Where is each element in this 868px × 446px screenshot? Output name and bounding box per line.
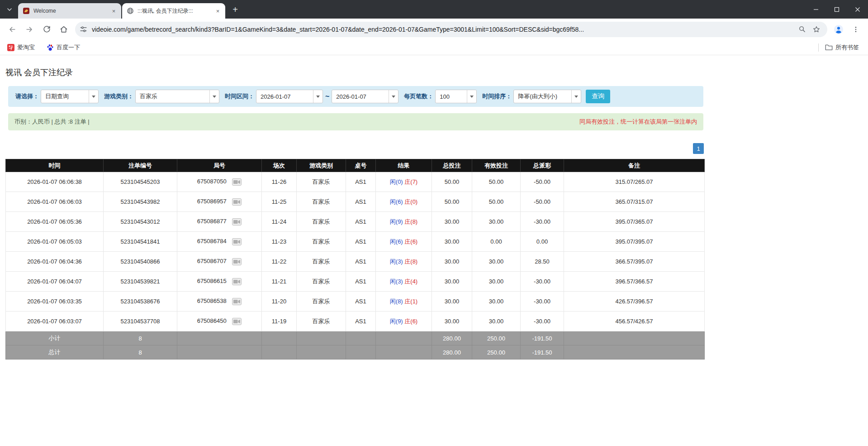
column-header: 总投注 (432, 159, 472, 172)
game-kind-select[interactable]: 百家乐 (135, 90, 219, 103)
date-start-select[interactable]: 2026-01-07 (256, 90, 323, 103)
result-banker: 庄(4) (404, 278, 417, 285)
cell-game: 百家乐 (297, 292, 346, 312)
close-icon[interactable]: × (110, 7, 118, 15)
cell-total-bet: 30.00 (432, 312, 472, 331)
home-button[interactable] (56, 22, 71, 37)
cell-bet-id: 523104543012 (104, 212, 177, 232)
video-replay-button[interactable] (232, 218, 242, 225)
close-window-button[interactable] (847, 0, 868, 19)
close-icon (855, 7, 860, 12)
cell-payout: -30.00 (521, 212, 564, 232)
zoom-button[interactable] (796, 23, 808, 36)
tab-search-button[interactable] (4, 4, 15, 15)
sort-select[interactable]: 降幂(由大到小) (513, 90, 581, 103)
summary-label: 总计 (6, 345, 104, 360)
date-end-select[interactable]: 2026-01-07 (332, 90, 398, 103)
column-header: 备注 (564, 159, 705, 172)
page-title: 视讯 会员下注纪录 (5, 67, 704, 78)
globe-icon (127, 7, 134, 14)
video-replay-button[interactable] (232, 238, 242, 245)
minimize-icon (813, 7, 819, 12)
query-type-select[interactable]: 日期查询 (41, 90, 99, 103)
column-header: 游戏类别 (297, 159, 346, 172)
cell-payout: -50.00 (521, 192, 564, 212)
search-button[interactable]: 查询 (586, 90, 610, 103)
bookmark-label: 爱淘宝 (17, 43, 35, 52)
cell-session: 11-19 (262, 312, 297, 331)
date-start-value: 2026-01-07 (256, 93, 313, 100)
site-settings-icon[interactable] (80, 25, 87, 33)
bookmark-star-button[interactable] (810, 23, 823, 36)
game-kind-value: 百家乐 (136, 92, 209, 101)
profile-avatar-icon (834, 24, 844, 34)
cell-round: 675087050 (177, 172, 262, 192)
refresh-icon (43, 25, 51, 34)
page-1-button[interactable]: 1 (693, 143, 704, 154)
video-icon (232, 278, 242, 285)
bet-table: 时间注单编号局号场次游戏类别桌号结果总投注有效投注总派彩备注 2026-01-0… (5, 159, 705, 360)
per-page-select[interactable]: 100 (435, 90, 477, 103)
baidu-icon (47, 44, 54, 51)
per-page-label: 每页笔数： (404, 92, 433, 101)
cell-result: 闲(6) 庄(0) (376, 192, 432, 212)
cell-remark: 396.57/366.57 (564, 272, 705, 292)
video-replay-button[interactable] (232, 298, 242, 305)
maximize-button[interactable] (826, 0, 847, 19)
cell-result: 闲(9) 庄(8) (376, 212, 432, 232)
cell-round: 675086877 (177, 212, 262, 232)
result-player: 闲(3) (390, 278, 403, 285)
minimize-button[interactable] (806, 0, 826, 19)
payout-notice: 同局有效投注，统一计算在该局第一张注单内 (579, 118, 697, 126)
bookmarks-bar: 爱淘宝 百度一下 所有书签 (0, 40, 868, 55)
back-button[interactable] (5, 22, 20, 37)
cell-total-bet: 30.00 (432, 292, 472, 312)
video-replay-button[interactable] (232, 318, 242, 325)
video-replay-button[interactable] (232, 198, 242, 206)
all-bookmarks-label: 所有书签 (835, 43, 859, 52)
cell-total-bet: 50.00 (432, 172, 472, 192)
close-icon[interactable]: × (214, 7, 222, 15)
result-player: 闲(6) (390, 198, 403, 205)
bookmark-baidu[interactable]: 百度一下 (45, 42, 82, 53)
cell-valid-bet: 30.00 (472, 312, 521, 331)
window-controls (806, 0, 868, 19)
cell-bet-id: 523104541841 (104, 232, 177, 252)
cell-remark: 395.07/365.07 (564, 212, 705, 232)
cell-payout: -30.00 (521, 272, 564, 292)
table-row: 2026-01-07 06:06:03523104543982675086957… (6, 192, 705, 212)
cell-time: 2026-01-07 06:04:36 (6, 252, 104, 272)
all-bookmarks-button[interactable]: 所有书签 (823, 42, 861, 53)
cell-game: 百家乐 (297, 172, 346, 192)
browser-menu-button[interactable] (848, 22, 863, 37)
refresh-button[interactable] (39, 22, 54, 37)
video-replay-button[interactable] (232, 278, 242, 285)
video-replay-button[interactable] (232, 258, 242, 265)
per-page-value: 100 (436, 93, 467, 100)
tab-welcome[interactable]: Welcome × (18, 3, 121, 19)
url-text[interactable]: videoie.com/game/betrecord_search/kind3?… (92, 26, 795, 33)
cell-round: 675086615 (177, 272, 262, 292)
page-content: 视讯 会员下注纪录 请选择： 日期查询 游戏类别： 百家乐 时间区间： 2026… (0, 55, 704, 360)
cell-valid-bet: 50.00 (472, 172, 521, 192)
bookmark-taobao[interactable]: 爱淘宝 (5, 42, 37, 53)
profile-button[interactable] (831, 22, 846, 37)
cell-result: 闲(0) 庄(7) (376, 172, 432, 192)
tab-bet-record[interactable]: :::视讯, 会员下注纪录::: × (122, 3, 225, 19)
cell-result: 闲(6) 庄(6) (376, 232, 432, 252)
new-tab-button[interactable]: + (229, 3, 242, 16)
query-type-value: 日期查询 (41, 92, 89, 101)
video-replay-button[interactable] (232, 178, 242, 186)
cell-remark: 315.07/265.07 (564, 172, 705, 192)
forward-button[interactable] (22, 22, 37, 37)
cell-result: 闲(9) 庄(6) (376, 312, 432, 331)
result-banker: 庄(0) (404, 198, 417, 205)
summary-valid-bet: 250.00 (472, 345, 521, 360)
cell-round: 675086538 (177, 292, 262, 312)
cell-bet-id: 523104540866 (104, 252, 177, 272)
cell-result: 闲(3) 庄(8) (376, 252, 432, 272)
result-banker: 庄(6) (404, 318, 417, 325)
cell-session: 11-26 (262, 172, 297, 192)
url-bar[interactable]: videoie.com/game/betrecord_search/kind3?… (75, 22, 827, 37)
cell-table: AS1 (346, 292, 376, 312)
